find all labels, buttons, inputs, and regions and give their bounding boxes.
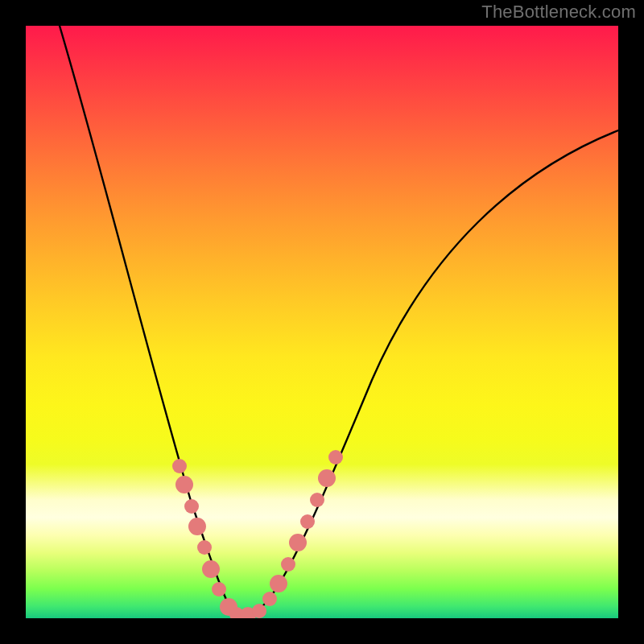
bead-marker <box>202 560 220 578</box>
bead-marker <box>212 582 226 597</box>
bead-marker <box>281 557 295 572</box>
chart-frame: TheBottleneck.com <box>0 0 644 644</box>
bead-marker <box>289 534 307 551</box>
bead-marker <box>328 450 343 464</box>
curve-left <box>60 26 243 618</box>
bead-marker <box>197 540 212 555</box>
bead-marker <box>172 459 187 473</box>
beads-right <box>262 450 343 606</box>
bottleneck-curve-svg <box>26 26 618 618</box>
plot-area <box>26 26 618 618</box>
bead-marker <box>175 476 193 493</box>
bead-marker <box>318 469 336 487</box>
bead-marker <box>300 514 315 529</box>
bead-marker <box>252 604 266 618</box>
bead-marker <box>310 493 324 507</box>
bead-marker <box>262 592 277 606</box>
bead-marker <box>188 518 206 535</box>
bead-marker <box>184 499 199 514</box>
watermark-text: TheBottleneck.com <box>481 2 636 23</box>
bead-marker <box>270 575 287 592</box>
beads-left <box>172 459 237 616</box>
